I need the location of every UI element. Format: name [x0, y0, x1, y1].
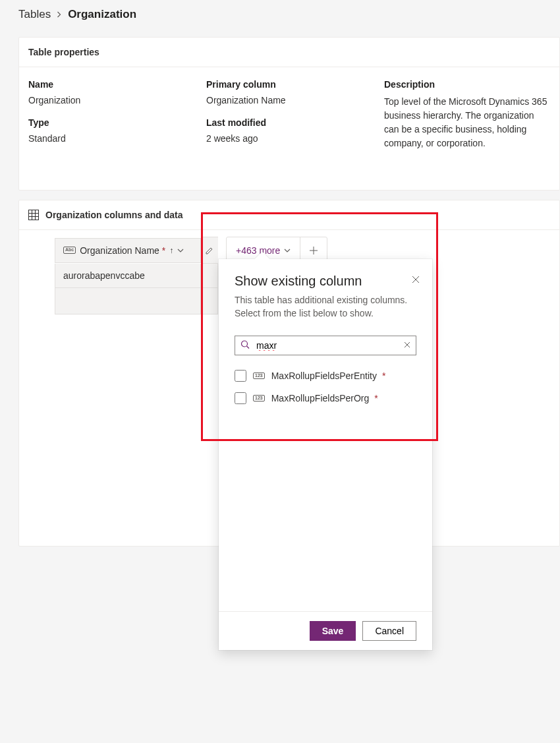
card-header: Table properties	[19, 38, 559, 67]
breadcrumb-parent[interactable]: Tables	[18, 8, 51, 21]
description-value: Top level of the Microsoft Dynamics 365 …	[384, 95, 550, 150]
type-value: Standard	[28, 133, 206, 144]
required-indicator: *	[382, 371, 385, 381]
sort-ascending-icon: ↑	[169, 246, 173, 255]
column-option[interactable]: 123 MaxRollupFieldsPerOrg *	[235, 387, 416, 409]
flyout-subtitle: This table has additional existing colum…	[235, 294, 416, 320]
option-checkbox[interactable]	[235, 370, 246, 382]
data-cell[interactable]: aurorabapenvccabe	[55, 264, 201, 288]
spacer	[219, 420, 432, 611]
required-indicator: *	[162, 245, 165, 256]
data-cell-stub	[201, 288, 218, 314]
empty-data-cell[interactable]	[55, 288, 201, 314]
svg-line-10	[247, 346, 250, 349]
flyout-title: Show existing column	[235, 274, 416, 289]
edit-column-icon[interactable]	[201, 237, 218, 264]
primary-column-value: Organization Name	[206, 95, 384, 105]
more-columns-label: +463 more	[236, 245, 280, 256]
column-header-label: Organization Name	[80, 245, 159, 256]
name-label: Name	[28, 79, 206, 90]
required-indicator: *	[374, 393, 378, 403]
chevron-down-icon[interactable]	[177, 247, 184, 254]
table-properties-card: Table properties Name Organization Type …	[18, 37, 560, 191]
last-modified-value: 2 weeks ago	[206, 133, 384, 144]
show-existing-column-flyout: Show existing column This table has addi…	[219, 259, 432, 650]
search-input[interactable]	[235, 336, 416, 355]
description-label: Description	[384, 79, 550, 90]
svg-rect-0	[29, 210, 39, 220]
clear-search-button[interactable]	[404, 341, 410, 350]
primary-column-label: Primary column	[206, 79, 384, 90]
columns-section-title: Organization columns and data	[45, 210, 182, 220]
number-type-icon: 123	[253, 395, 265, 401]
last-modified-label: Last modified	[206, 117, 384, 128]
cancel-button[interactable]: Cancel	[362, 621, 416, 641]
breadcrumb: Tables Organization	[0, 0, 560, 29]
name-value: Organization	[28, 95, 206, 105]
chevron-right-icon	[56, 10, 63, 20]
close-button[interactable]	[411, 275, 420, 286]
option-label: MaxRollupFieldsPerOrg	[271, 393, 370, 403]
table-icon	[28, 210, 39, 220]
column-option[interactable]: 123 MaxRollupFieldsPerEntity *	[235, 365, 416, 387]
chevron-down-icon	[284, 247, 291, 254]
data-cell-stub	[201, 264, 218, 288]
type-label: Type	[28, 117, 206, 128]
svg-point-9	[242, 341, 248, 347]
column-header-primary[interactable]: Abc Organization Name * ↑	[55, 238, 201, 263]
option-label: MaxRollupFieldsPerEntity	[271, 371, 377, 381]
save-button[interactable]: Save	[310, 621, 356, 641]
search-icon	[240, 340, 250, 351]
breadcrumb-current: Organization	[68, 8, 136, 21]
text-type-icon: Abc	[63, 247, 76, 253]
number-type-icon: 123	[253, 372, 265, 379]
option-checkbox[interactable]	[235, 392, 246, 404]
